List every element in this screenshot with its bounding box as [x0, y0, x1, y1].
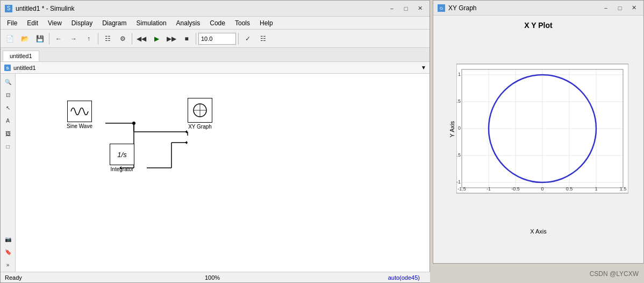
- tab-untitled1[interactable]: untitled1: [3, 51, 39, 61]
- svg-text:0.5: 0.5: [456, 98, 461, 104]
- rect-button[interactable]: □: [2, 140, 14, 152]
- save-button[interactable]: 💾: [33, 32, 47, 46]
- status-zoom: 100%: [205, 274, 220, 281]
- canvas-wrapper: 🔍 ⊡ ↖ A 🖼 □ 📷 🔖 »: [1, 74, 430, 273]
- window-title: untitled1 * - Simulink: [16, 5, 383, 12]
- stop-button[interactable]: ■: [180, 32, 194, 46]
- watermark-text: CSDN @LYCXW: [590, 270, 639, 278]
- menu-simulation[interactable]: Simulation: [132, 17, 171, 29]
- breadcrumb-bar: S untitled1 ▼: [1, 62, 430, 74]
- sine-wave-label: Sine Wave: [67, 123, 92, 129]
- svg-text:S: S: [6, 66, 9, 70]
- xy-chart-container: Y Axis: [449, 32, 628, 227]
- toolbar: 📄 📂 💾 ← → ↑ ☷ ⚙ ◀◀ ▶ ▶▶ ■ ✓ ☷: [1, 30, 430, 48]
- step-forward-button[interactable]: ▶▶: [164, 32, 178, 46]
- sine-wave-body: [67, 101, 92, 122]
- expand-button[interactable]: »: [2, 259, 14, 271]
- left-sidebar: 🔍 ⊡ ↖ A 🖼 □ 📷 🔖 »: [1, 74, 16, 273]
- sim-time-input[interactable]: [198, 33, 236, 45]
- status-bar: Ready 100% auto(ode45): [1, 272, 431, 282]
- integrator-block[interactable]: 1/s Integrator: [110, 144, 134, 172]
- diagram-canvas[interactable]: Sine Wave XY Graph 1/s: [16, 74, 430, 273]
- simulink-icon: S: [5, 5, 12, 12]
- maximize-button[interactable]: □: [400, 3, 411, 14]
- y-axis-label: Y Axis: [449, 121, 455, 137]
- breadcrumb-label: untitled1: [13, 65, 36, 71]
- xy-close-button[interactable]: ✕: [628, 3, 639, 13]
- svg-text:1: 1: [595, 186, 597, 192]
- svg-point-14: [132, 122, 135, 125]
- xy-title-bar: G XY Graph − □ ✕: [433, 1, 643, 16]
- svg-marker-11: [185, 130, 187, 133]
- xy-graph-window: G XY Graph − □ ✕ X Y Plot Y Axis: [433, 0, 644, 264]
- xy-plot-area: X Y Plot Y Axis: [433, 16, 643, 240]
- svg-text:1: 1: [457, 72, 460, 77]
- plot-svg: 1 0.5 0 -0.5 -1 -1.5 -1 -0.5 0 0.5 1 1.5: [456, 32, 628, 225]
- zoom-in-button[interactable]: 🔍: [2, 76, 14, 88]
- simulink-window: S untitled1 * - Simulink − □ ✕ File Edit…: [0, 0, 430, 283]
- xy-graph-label: XY Graph: [188, 124, 212, 130]
- menu-code[interactable]: Code: [205, 17, 230, 29]
- menu-edit[interactable]: Edit: [23, 17, 42, 29]
- sine-wave-block[interactable]: Sine Wave: [67, 101, 92, 129]
- menu-tools[interactable]: Tools: [231, 17, 254, 29]
- integrator-body: 1/s: [110, 144, 134, 165]
- menu-diagram[interactable]: Diagram: [98, 17, 131, 29]
- select-button[interactable]: ↖: [2, 102, 14, 114]
- svg-text:-1.5: -1.5: [457, 186, 466, 192]
- open-button[interactable]: 📂: [18, 32, 32, 46]
- xy-plot-title: X Y Plot: [524, 21, 552, 30]
- up-button[interactable]: ↑: [82, 32, 96, 46]
- status-ready: Ready: [5, 274, 22, 281]
- xy-window-title: XY Graph: [448, 4, 597, 12]
- close-button[interactable]: ✕: [414, 3, 425, 14]
- x-axis-label: X Axis: [530, 228, 547, 235]
- xy-window-icon: G: [438, 4, 445, 12]
- status-solver: auto(ode45): [388, 274, 420, 281]
- minimize-button[interactable]: −: [387, 3, 397, 14]
- integrator-symbol: 1/s: [117, 151, 126, 159]
- menu-view[interactable]: View: [44, 17, 66, 29]
- xy-maximize-button[interactable]: □: [614, 3, 625, 13]
- bookmark-button[interactable]: 🔖: [2, 246, 14, 258]
- separator-5: [238, 33, 239, 45]
- step-back-button[interactable]: ◀◀: [134, 32, 148, 46]
- breadcrumb-expand-button[interactable]: ▼: [421, 65, 426, 70]
- breadcrumb-icon: S: [4, 64, 11, 72]
- xy-minimize-button[interactable]: −: [600, 3, 611, 13]
- new-button[interactable]: 📄: [3, 32, 17, 46]
- text-button[interactable]: A: [2, 115, 14, 126]
- separator-2: [98, 33, 98, 45]
- run-button[interactable]: ▶: [149, 32, 163, 46]
- svg-text:-0.5: -0.5: [511, 186, 520, 192]
- menu-help[interactable]: Help: [255, 17, 277, 29]
- title-bar: S untitled1 * - Simulink − □ ✕: [1, 1, 430, 17]
- check-button[interactable]: ✓: [241, 32, 255, 46]
- menu-display[interactable]: Display: [67, 17, 97, 29]
- separator-1: [49, 33, 49, 45]
- svg-text:-1: -1: [486, 186, 490, 192]
- svg-text:0: 0: [457, 125, 460, 131]
- redo-button[interactable]: →: [67, 32, 81, 46]
- svg-text:-0.5: -0.5: [456, 152, 461, 158]
- xy-graph-block[interactable]: XY Graph: [188, 98, 212, 130]
- undo-button[interactable]: ←: [52, 32, 66, 46]
- menu-analysis[interactable]: Analysis: [172, 17, 205, 29]
- menu-file[interactable]: File: [3, 17, 22, 29]
- svg-text:-1: -1: [456, 179, 461, 185]
- separator-3: [132, 33, 132, 45]
- svg-marker-12: [185, 141, 187, 144]
- svg-text:G: G: [440, 6, 443, 11]
- svg-text:1.5: 1.5: [619, 186, 626, 192]
- fit-button[interactable]: ⊡: [2, 89, 14, 101]
- tab-bar: untitled1: [1, 48, 430, 62]
- settings-button[interactable]: ⚙: [116, 32, 130, 46]
- grid-button[interactable]: ☷: [256, 32, 270, 46]
- camera-button[interactable]: 📷: [2, 233, 14, 245]
- integrator-label: Integrator: [111, 166, 134, 172]
- svg-text:0.5: 0.5: [566, 186, 573, 192]
- library-button[interactable]: ☷: [101, 32, 115, 46]
- image-button[interactable]: 🖼: [2, 128, 14, 139]
- svg-text:0: 0: [541, 186, 543, 192]
- xy-chart: 1 0.5 0 -0.5 -1 -1.5 -1 -0.5 0 0.5 1 1.5: [456, 32, 628, 227]
